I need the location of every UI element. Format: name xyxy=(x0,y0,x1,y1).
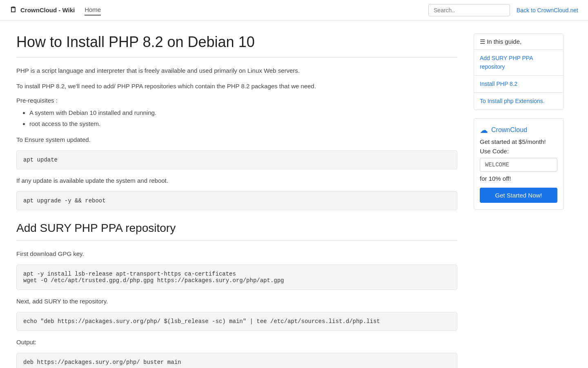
code-sury: echo "deb https://packages.sury.org/php/… xyxy=(16,312,457,331)
get-started-button[interactable]: Get Started Now! xyxy=(480,188,557,203)
toc-item-2[interactable]: Install PHP 8.2 xyxy=(474,76,563,93)
logo-icon: 🗒 xyxy=(10,6,17,14)
promo-box: ☁ CrownCloud Get started at $5/month! Us… xyxy=(474,118,564,210)
toc-item-3[interactable]: To Install php Extensions. xyxy=(474,93,563,110)
site-header: 🗒 CrownCloud - Wiki Home Back to CrownCl… xyxy=(0,0,588,20)
sidebar: ☰ In this guide, Add SURY PHP PPA reposi… xyxy=(474,27,564,368)
prereq-label: Pre-requisites : xyxy=(16,97,457,104)
toc-link-2[interactable]: Install PHP 8.2 xyxy=(480,81,517,87)
list-item: root access to the system. xyxy=(29,118,457,129)
code-gpg: apt -y install lsb-release apt-transport… xyxy=(16,265,457,290)
promo-discount: for 10% off! xyxy=(480,175,557,182)
toc-link-1[interactable]: Add SURY PHP PPA repository xyxy=(480,55,533,70)
section1-intro: First download GPG key. xyxy=(16,249,457,259)
header-right: Back to CrownCloud.net xyxy=(428,4,578,16)
intro-text-2: To install PHP 8.2, we'll need to add/ P… xyxy=(16,81,457,91)
promo-use-code: Use Code: xyxy=(480,148,557,155)
main-layout: How to Install PHP 8.2 on Debian 10 PHP … xyxy=(0,20,588,368)
main-nav: Home xyxy=(85,4,101,16)
toc-link-3[interactable]: To Install php Extensions. xyxy=(480,98,545,104)
ensure-update-text: To Ensure system updated. xyxy=(16,135,457,145)
promo-tagline: Get started at $5/month! xyxy=(480,138,557,145)
prereq-list: A system with Debian 10 installed and ru… xyxy=(29,107,457,129)
output-label: Output: xyxy=(16,337,457,347)
search-input[interactable] xyxy=(428,4,510,16)
list-item: A system with Debian 10 installed and ru… xyxy=(29,107,457,118)
toc-item-1[interactable]: Add SURY PHP PPA repository xyxy=(474,50,563,76)
section1-next: Next, add SURY to the repository. xyxy=(16,296,457,306)
cloud-icon: ☁ xyxy=(480,125,488,135)
site-logo[interactable]: 🗒 CrownCloud - Wiki xyxy=(10,6,75,14)
toc-header: ☰ In this guide, xyxy=(474,34,563,50)
toc-box: ☰ In this guide, Add SURY PHP PPA reposi… xyxy=(474,34,564,110)
promo-code-box: WELCOME xyxy=(480,158,557,172)
code-apt-upgrade: apt upgrade -y && reboot xyxy=(16,191,457,210)
promo-brand-name: CrownCloud xyxy=(491,126,527,134)
logo-text: CrownCloud - Wiki xyxy=(20,7,75,13)
update-note: If any update is available update the sy… xyxy=(16,176,457,186)
page-title: How to Install PHP 8.2 on Debian 10 xyxy=(16,34,457,58)
promo-brand: ☁ CrownCloud xyxy=(480,125,557,135)
code-output: deb https://packages.sury.org/php/ buste… xyxy=(16,353,457,368)
main-content: How to Install PHP 8.2 on Debian 10 PHP … xyxy=(0,20,474,368)
back-to-crowncloud-link[interactable]: Back to CrownCloud.net xyxy=(517,7,578,13)
intro-text-1: PHP is a script language and interpreter… xyxy=(16,66,457,76)
code-apt-update: apt update xyxy=(16,150,457,169)
section1-heading: Add SURY PHP PPA repository xyxy=(16,222,457,241)
nav-home[interactable]: Home xyxy=(85,4,101,16)
